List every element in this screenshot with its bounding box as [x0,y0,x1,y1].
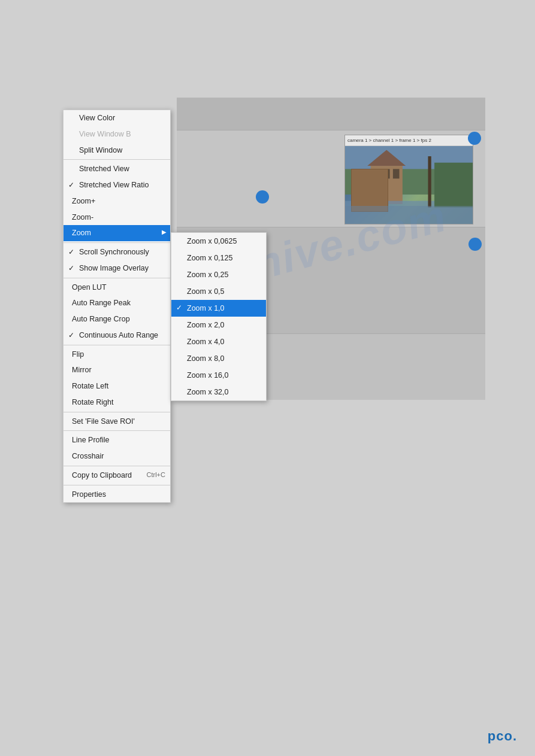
submenu-item-zoom-0625[interactable]: Zoom x 0,0625 [171,233,266,250]
svg-rect-4 [383,169,390,178]
blue-dot-1 [468,132,481,145]
menu-item-open-lut[interactable]: Open LUT [64,280,170,296]
submenu-item-zoom-80[interactable]: Zoom x 8,0 [171,350,266,367]
menu-item-auto-range-crop[interactable]: Auto Range Crop [64,311,170,327]
menu-item-crosshair[interactable]: Crosshair [64,448,170,464]
blue-dot-2 [256,190,269,204]
menu-item-continuous-auto-range[interactable]: Continuous Auto Range [64,327,170,344]
menu-separator-2 [64,242,170,243]
menu-item-stretched-view-ratio[interactable]: Stretched View Ratio [64,177,170,193]
menu-item-view-window-b: View Window B [64,126,170,142]
menu-separator-6 [64,430,170,431]
blue-dot-3 [468,238,482,251]
submenu-item-zoom-05[interactable]: Zoom x 0,5 [171,283,266,300]
svg-rect-8 [428,156,431,207]
menu-separator-7 [64,466,170,466]
svg-rect-3 [374,169,380,178]
menu-item-auto-range-peak[interactable]: Auto Range Peak [64,295,170,311]
context-menu: View Color View Window B Split Window St… [63,110,171,503]
submenu-item-zoom-20[interactable]: Zoom x 2,0 [171,317,266,333]
menu-item-split-window[interactable]: Split Window [64,142,170,159]
submenu-item-zoom-025[interactable]: Zoom x 0,25 [171,266,266,283]
menu-item-show-image-overlay[interactable]: Show Image Overlay [64,260,170,277]
menu-item-rotate-left[interactable]: Rotate Left [64,378,170,394]
thumbnail-header-text: camera 1 > channel 1 > frame 1 > fps 2 [347,138,431,143]
menu-item-zoom[interactable]: Zoom [64,225,170,241]
menu-item-set-file-save-roi[interactable]: Set 'File Save ROI' [64,414,170,430]
menu-item-line-profile[interactable]: Line Profile [64,432,170,448]
svg-rect-9 [434,163,473,208]
thumbnail-container: camera 1 > channel 1 > frame 1 > fps 2 [344,135,473,224]
menu-item-zoom-minus[interactable]: Zoom- [64,210,170,226]
menu-item-zoom-plus[interactable]: Zoom+ [64,193,170,210]
thumbnail-header: camera 1 > channel 1 > frame 1 > fps 2 [345,135,473,146]
menu-separator-4 [64,345,170,345]
menu-separator-3 [64,278,170,278]
shortcut-label: Ctrl+C [147,470,165,480]
submenu-item-zoom-10[interactable]: Zoom x 1,0 [171,300,266,317]
menu-item-rotate-right[interactable]: Rotate Right [64,394,170,411]
thumbnail-image [345,146,473,224]
menu-item-stretched-view[interactable]: Stretched View [64,161,170,177]
menu-item-flip[interactable]: Flip [64,347,170,363]
menu-item-scroll-sync[interactable]: Scroll Synchronously [64,244,170,260]
menu-item-mirror[interactable]: Mirror [64,362,170,378]
submenu-item-zoom-40[interactable]: Zoom x 4,0 [171,333,266,350]
menu-item-copy-to-clipboard[interactable]: Copy to ClipboardCtrl+C [64,467,170,484]
menu-separator-5 [64,412,170,412]
zoom-submenu: Zoom x 0,0625 Zoom x 0,125 Zoom x 0,25 Z… [171,232,267,401]
image-panel-top [177,98,485,130]
svg-rect-5 [393,169,400,178]
submenu-item-zoom-320[interactable]: Zoom x 32,0 [171,384,266,400]
submenu-item-zoom-0125[interactable]: Zoom x 0,125 [171,250,266,266]
submenu-item-zoom-160[interactable]: Zoom x 16,0 [171,367,266,384]
pco-logo: pco. [488,728,517,744]
menu-item-properties[interactable]: Properties [64,487,170,503]
menu-separator-1 [64,159,170,160]
menu-separator-8 [64,485,170,485]
menu-item-view-color[interactable]: View Color [64,110,170,126]
